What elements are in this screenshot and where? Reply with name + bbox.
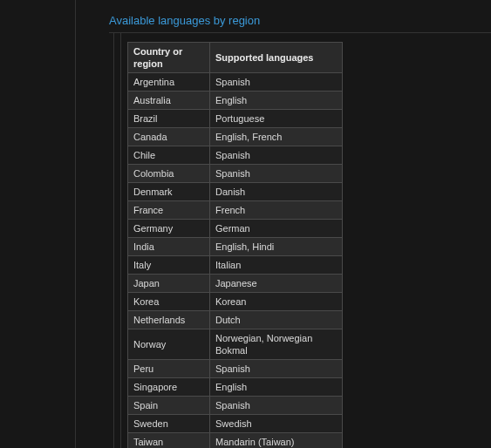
- cell-country: Chile: [128, 146, 210, 165]
- cell-languages: English: [210, 378, 343, 397]
- cell-languages: Mandarin (Taiwan): [210, 433, 343, 449]
- table-row: GermanyGerman: [128, 220, 343, 238]
- column-header-country: Country or region: [128, 43, 210, 73]
- cell-languages: French: [210, 201, 343, 220]
- languages-table: Country or region Supported languages Ar…: [127, 42, 343, 448]
- cell-languages: English: [210, 92, 343, 110]
- cell-country: Sweden: [128, 415, 210, 433]
- table-row: ItalyItalian: [128, 256, 343, 275]
- table-row: DenmarkDanish: [128, 183, 343, 201]
- cell-country: India: [128, 238, 210, 256]
- table-row: SingaporeEnglish: [128, 378, 343, 397]
- cell-languages: Swedish: [210, 415, 343, 433]
- section-heading-link[interactable]: Available languages by region: [109, 14, 260, 27]
- table-row: ChileSpanish: [128, 146, 343, 165]
- cell-languages: Korean: [210, 293, 343, 311]
- cell-languages: English, Hindi: [210, 238, 343, 256]
- cell-country: Japan: [128, 275, 210, 293]
- cell-languages: Spanish: [210, 73, 343, 92]
- cell-languages: Italian: [210, 256, 343, 275]
- table-row: IndiaEnglish, Hindi: [128, 238, 343, 256]
- section-underline: [109, 32, 491, 33]
- cell-country: Norway: [128, 329, 210, 360]
- cell-country: Colombia: [128, 165, 210, 183]
- cell-country: Canada: [128, 128, 210, 146]
- sidebar-divider: [75, 0, 76, 448]
- tree-guide-line: [120, 32, 121, 448]
- cell-country: Spain: [128, 397, 210, 415]
- cell-languages: English, French: [210, 128, 343, 146]
- cell-country: Taiwan: [128, 433, 210, 449]
- table-row: TaiwanMandarin (Taiwan): [128, 433, 343, 449]
- cell-country: Australia: [128, 92, 210, 110]
- table-row: NorwayNorwegian, Norwegian Bokmal: [128, 329, 343, 360]
- cell-languages: Japanese: [210, 275, 343, 293]
- cell-languages: German: [210, 220, 343, 238]
- cell-languages: Spanish: [210, 165, 343, 183]
- cell-country: Netherlands: [128, 311, 210, 329]
- cell-country: Peru: [128, 360, 210, 378]
- cell-country: Brazil: [128, 110, 210, 128]
- table-header-row: Country or region Supported languages: [128, 43, 343, 73]
- cell-country: Singapore: [128, 378, 210, 397]
- cell-languages: Dutch: [210, 311, 343, 329]
- cell-country: Denmark: [128, 183, 210, 201]
- cell-country: Germany: [128, 220, 210, 238]
- table-row: ArgentinaSpanish: [128, 73, 343, 92]
- table-row: JapanJapanese: [128, 275, 343, 293]
- column-header-languages: Supported languages: [210, 43, 343, 73]
- table-row: ColombiaSpanish: [128, 165, 343, 183]
- table-row: SpainSpanish: [128, 397, 343, 415]
- table-row: NetherlandsDutch: [128, 311, 343, 329]
- cell-languages: Spanish: [210, 397, 343, 415]
- table-row: CanadaEnglish, French: [128, 128, 343, 146]
- cell-languages: Portuguese: [210, 110, 343, 128]
- table-row: FranceFrench: [128, 201, 343, 220]
- table-row: PeruSpanish: [128, 360, 343, 378]
- cell-country: Argentina: [128, 73, 210, 92]
- cell-languages: Danish: [210, 183, 343, 201]
- cell-country: Korea: [128, 293, 210, 311]
- cell-languages: Spanish: [210, 360, 343, 378]
- table-row: KoreaKorean: [128, 293, 343, 311]
- cell-languages: Spanish: [210, 146, 343, 165]
- tree-guide-line: [113, 32, 114, 448]
- cell-country: Italy: [128, 256, 210, 275]
- table-row: SwedenSwedish: [128, 415, 343, 433]
- cell-country: France: [128, 201, 210, 220]
- cell-languages: Norwegian, Norwegian Bokmal: [210, 329, 343, 360]
- table-row: AustraliaEnglish: [128, 92, 343, 110]
- languages-table-container: Country or region Supported languages Ar…: [127, 42, 342, 448]
- table-row: BrazilPortuguese: [128, 110, 343, 128]
